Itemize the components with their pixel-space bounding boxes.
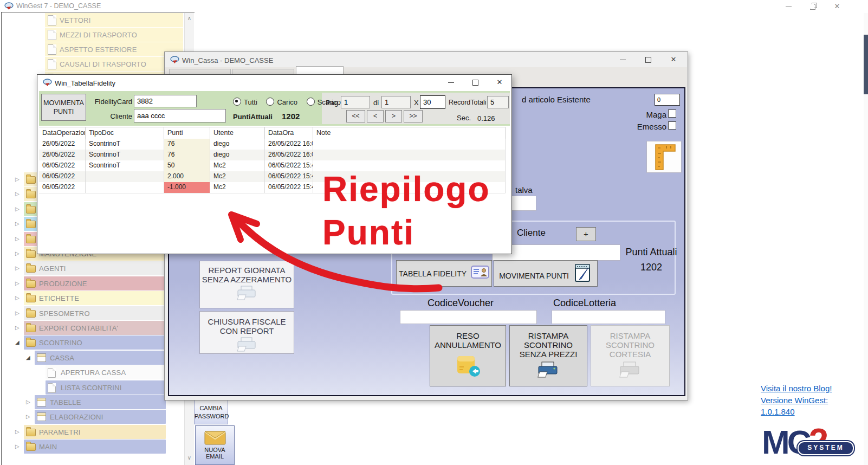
table-cell: Mc2 (210, 182, 265, 193)
collapse-icon[interactable]: ◢ (15, 339, 20, 345)
filter-radio-tutti[interactable]: Tutti (233, 98, 257, 106)
expand-icon[interactable]: ▷ (15, 250, 20, 256)
emesso-checkbox[interactable] (668, 121, 676, 130)
tabella-fidelity-button[interactable]: TABELLA FIDELITY (396, 260, 492, 287)
page-nav-button[interactable]: >> (404, 110, 423, 122)
sidebar-tree-item[interactable]: ▷ SPESOMETRO (5, 306, 184, 321)
expand-icon[interactable]: ▷ (15, 265, 20, 271)
desktop-screen: WinGest 7 - DEMO_CASSE ✕ VETTORI MEZZI D… (0, 0, 868, 465)
sidebar-tree-item[interactable]: LISTA SCONTRINI (5, 380, 184, 395)
chiusura-fiscale-button[interactable]: CHIUSURA FISCALE CON REPORT (199, 311, 294, 354)
x-input[interactable] (420, 95, 445, 109)
table-header-cell[interactable]: Utente (210, 127, 265, 139)
expand-icon[interactable]: ▷ (26, 399, 30, 405)
dialog-cliente-input[interactable] (134, 109, 226, 122)
table-row[interactable]: 06/05/2022-1.000Mc206/05/2022 15:45 (39, 182, 506, 193)
dialog-movimenta-punti-button[interactable]: MOVIMENTA PUNTI (41, 94, 86, 121)
fidelity-close-button[interactable]: ✕ (491, 78, 508, 87)
folder-icon (26, 325, 36, 332)
codice-lotteria-input[interactable] (552, 310, 665, 324)
filter-radio-scarico[interactable]: Scarico (305, 98, 341, 106)
page-nav-button[interactable]: > (385, 110, 402, 122)
sec-value: 0.126 (477, 114, 495, 122)
expand-icon[interactable]: ▷ (15, 236, 20, 242)
record-totali-input[interactable] (487, 96, 509, 108)
printer-pale-icon (236, 337, 258, 353)
expand-icon[interactable]: ▷ (15, 295, 20, 301)
misure-button[interactable] (646, 141, 682, 173)
table-header-cell[interactable]: Note (313, 127, 506, 139)
sidebar-tree-item[interactable]: ▷ PRODUZIONE (5, 276, 184, 291)
filter-radios: Tutti Carico Scarico (233, 98, 348, 106)
expand-icon[interactable]: ▷ (15, 221, 20, 227)
fidelity-card-icon (471, 265, 489, 279)
expand-icon[interactable]: ▷ (15, 280, 20, 286)
main-scrollbar[interactable] (864, 13, 868, 465)
page-nav-button[interactable]: << (346, 110, 365, 122)
di-input[interactable] (381, 96, 411, 108)
blog-link[interactable]: Visita il nostro Blog! (761, 384, 832, 393)
main-minimize-button[interactable] (780, 2, 796, 11)
fidelity-maximize-button[interactable] (467, 78, 483, 87)
fidelitycard-input[interactable] (134, 95, 197, 107)
folder-icon (26, 206, 36, 214)
cassa-maximize-button[interactable] (640, 55, 656, 64)
sidebar-tree-item[interactable]: ▷ PARAMETRI (5, 425, 184, 440)
maga-checkbox[interactable] (668, 109, 676, 118)
main-close-button[interactable]: ✕ (829, 2, 845, 11)
expand-icon[interactable]: ▷ (15, 429, 20, 435)
table-row[interactable]: 26/05/2022ScontrinoT76diego26/05/2022 16… (39, 139, 506, 150)
articolo-input[interactable] (655, 94, 680, 106)
expand-icon[interactable]: ▷ (15, 310, 20, 316)
ristampa-senza-prezzi-button[interactable]: RISTAMPA SCONTRINO SENZA PREZZI (509, 325, 587, 386)
main-scrollbar-thumb[interactable] (864, 35, 868, 94)
punti-attuali-dialog-value: 1202 (282, 112, 300, 121)
expand-icon[interactable]: ▷ (15, 191, 20, 197)
report-giornata-button[interactable]: REPORT GIORNATA SENZA AZZERAMENTO (199, 261, 294, 308)
main-restore-button[interactable] (805, 2, 821, 11)
expand-icon[interactable]: ▷ (15, 443, 20, 449)
sidebar-tree-item[interactable]: APERTURA CASSA (5, 365, 184, 380)
reso-annullamento-button[interactable]: RESO ANNULLAMENTO (430, 325, 506, 386)
expand-icon[interactable]: ▷ (15, 325, 20, 331)
version-link[interactable]: Versione WinGest: (761, 396, 828, 405)
filter-radio-carico[interactable]: Carico (264, 98, 297, 106)
add-cliente-button[interactable]: + (576, 227, 596, 241)
table-row[interactable]: 06/05/2022ScontrinoT50Mc206/05/2022 15:4… (39, 160, 506, 172)
scroll-down-icon[interactable]: ∨ (185, 455, 194, 461)
version-number-link[interactable]: 1.0.1.840 (761, 407, 795, 416)
expand-icon[interactable]: ▷ (15, 206, 20, 212)
nuova-email-button[interactable]: NUOVA EMAIL (195, 425, 235, 465)
table-row[interactable]: 26/05/2022ScontrinoT76diego26/05/2022 16… (39, 150, 506, 161)
sidebar-tree-item[interactable]: ◢ SCONTRINO (5, 335, 184, 350)
codice-voucher-input[interactable] (400, 310, 537, 324)
table-header-cell[interactable]: TipoDoc (86, 127, 164, 139)
table-header-cell[interactable]: DataOra (265, 127, 313, 139)
sidebar-tree-item[interactable]: ◢ CASSA (5, 351, 184, 365)
cassa-close-button[interactable]: ✕ (665, 55, 682, 64)
expand-icon[interactable]: ▷ (26, 414, 30, 419)
scroll-up-icon[interactable]: ∧ (185, 15, 194, 21)
sidebar-tree-item[interactable]: ▷ AGENTI (5, 261, 184, 276)
page-nav-button[interactable]: < (367, 110, 384, 122)
punti-attuali-label: Punti Attuali (621, 247, 682, 258)
fidelity-table: DataOperazionTipoDocPuntiUtenteDataOraNo… (37, 126, 511, 253)
fidelity-minimize-button[interactable] (443, 78, 459, 87)
sidebar-tree-item[interactable]: ▷ ELABORAZIONI (5, 410, 184, 424)
table-row[interactable]: 06/05/20222.000Mc206/05/2022 15:44 (39, 171, 506, 183)
table-cell: 06/05/2022 (39, 182, 86, 193)
sidebar-tree-item[interactable]: ▷ TABELLE (5, 395, 184, 410)
movimenta-punti-button[interactable]: MOVIMENTA PUNTI (494, 260, 598, 287)
sidebar-tree-item[interactable]: ▷ MAIN (5, 440, 184, 454)
table-header-cell[interactable]: Punti (164, 127, 210, 139)
cassa-minimize-button[interactable] (614, 55, 631, 64)
table-cell: 26/05/2022 (39, 139, 86, 150)
sidebar-tree-item[interactable]: ▷ EXPORT CONTABILITA' (5, 321, 184, 335)
table-cell: diego (210, 150, 265, 160)
ristampa-cortesia-button[interactable]: RISTAMPA SCONTRINO CORTESIA (591, 325, 670, 386)
expand-icon[interactable]: ▷ (15, 176, 20, 182)
table-header-cell[interactable]: DataOperazion (39, 127, 86, 139)
sidebar-tree-item[interactable]: ▷ ETICHETTE (5, 291, 184, 306)
collapse-icon[interactable]: ◢ (26, 354, 30, 360)
cambia-password-button[interactable]: CAMBIA PASSWORD (194, 400, 228, 424)
